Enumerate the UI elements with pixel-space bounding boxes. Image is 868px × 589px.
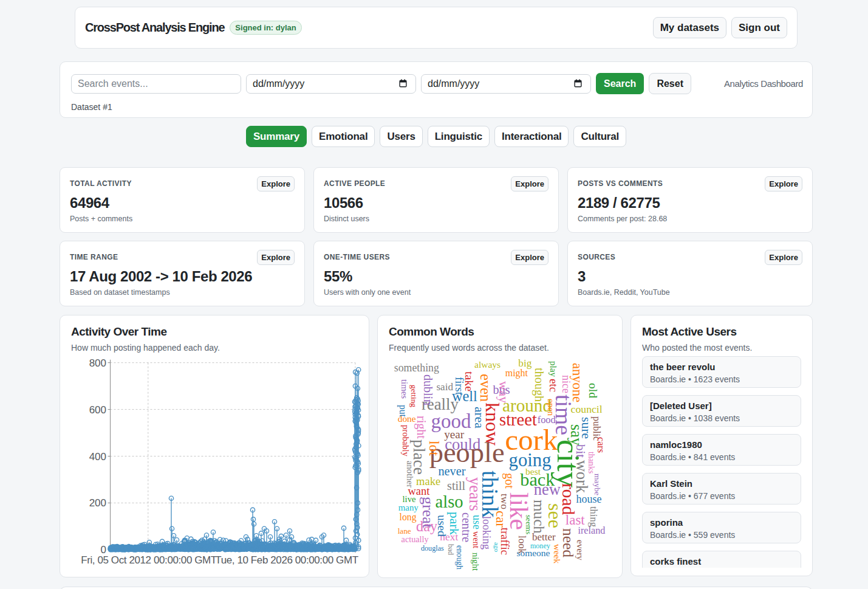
svg-text:200: 200 xyxy=(89,497,106,509)
svg-text:800: 800 xyxy=(89,357,106,369)
svg-text:400: 400 xyxy=(89,451,106,463)
svg-text:600: 600 xyxy=(89,404,106,416)
svg-text:Fri, 05 Oct 2012 00:00:00 GMT: Fri, 05 Oct 2012 00:00:00 GMT xyxy=(81,554,217,566)
svg-text:Tue, 10 Feb 2026 00:00:00 GMT: Tue, 10 Feb 2026 00:00:00 GMT xyxy=(215,554,358,566)
